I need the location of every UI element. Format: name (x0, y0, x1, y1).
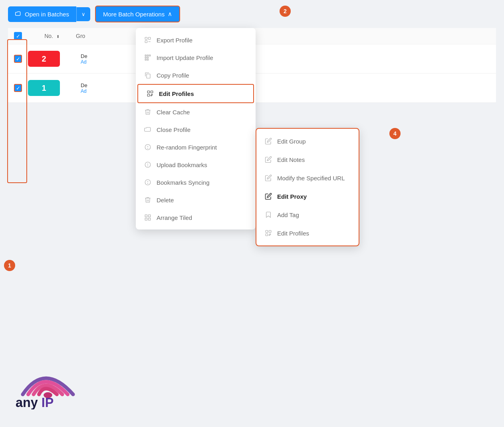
svg-text:IP: IP (42, 395, 54, 409)
svg-text:any: any (16, 395, 38, 409)
sub-menu-item-modify-url[interactable]: Modify the Specified URL (256, 169, 359, 187)
svg-rect-27 (149, 218, 151, 220)
sub-menu-label-modify-url: Modify the Specified URL (277, 175, 345, 182)
menu-label-edit-profiles: Edit Profiles (159, 90, 194, 97)
row2-label: De (81, 82, 136, 88)
menu-label-arrange-tiled: Arrange Tiled (157, 214, 192, 221)
menu-label-copy-profile: Copy Profile (157, 72, 189, 79)
svg-rect-8 (147, 57, 149, 58)
svg-rect-25 (149, 215, 151, 217)
sub-menu-item-edit-group[interactable]: Edit Group (256, 132, 359, 150)
bookmarks-syncing-icon (144, 178, 152, 186)
svg-rect-26 (145, 218, 147, 220)
anyip-logo: any IP (12, 361, 84, 409)
sub-menu-item-add-tag[interactable]: Add Tag (256, 206, 359, 224)
menu-item-delete[interactable]: Delete (136, 191, 256, 209)
row1-sub: Ad (81, 59, 136, 65)
sub-menu-item-edit-profiles[interactable]: Edit Profiles (256, 224, 359, 242)
bookmark-icon (264, 211, 272, 219)
toolbar: Open in Batches ∨ More Batch Operations … (0, 0, 504, 28)
modify-url-icon (264, 174, 272, 182)
more-batch-label: More Batch Operations (103, 11, 165, 18)
delete-icon (144, 196, 152, 204)
sub-menu-item-edit-proxy[interactable]: Edit Proxy (256, 187, 359, 206)
edit-profiles-icon (146, 90, 154, 98)
edit-profiles-sub-icon (264, 229, 272, 237)
chevron-down-icon: ∨ (81, 11, 85, 17)
logo-area: any IP (12, 361, 84, 411)
edit-profiles-sub-dropdown: Edit Group Edit Notes Modify the Specifi… (256, 128, 359, 246)
badge-4: 4 (389, 128, 401, 139)
menu-item-close-profile[interactable]: Close Profile (136, 121, 256, 138)
svg-point-20 (148, 166, 148, 166)
menu-label-close-profile: Close Profile (157, 126, 190, 133)
sub-menu-item-edit-notes[interactable]: Edit Notes (256, 150, 359, 169)
sub-menu-label-add-tag: Add Tag (277, 212, 299, 218)
menu-item-import-update-profile[interactable]: Import Update Profile (136, 49, 256, 66)
menu-item-edit-profiles[interactable]: Edit Profiles (137, 84, 254, 103)
row2-group: De Ad (76, 82, 136, 94)
menu-label-upload-bookmarks: Upload Bookmarks (157, 162, 207, 168)
menu-label-export-profile: Export Profile (157, 37, 192, 44)
svg-rect-28 (266, 230, 268, 232)
svg-rect-14 (151, 91, 153, 93)
svg-point-17 (148, 148, 148, 149)
select-all-checkbox[interactable]: ✓ (14, 32, 22, 40)
sub-menu-label-edit-proxy: Edit Proxy (277, 193, 307, 200)
svg-rect-11 (147, 74, 150, 78)
svg-rect-6 (145, 59, 146, 60)
batch-operations-dropdown: Export Profile Import Update Profile Cop… (136, 28, 256, 229)
chevron-up-icon: ∧ (168, 10, 172, 18)
row1-label: De (81, 53, 136, 59)
trash-icon (144, 108, 152, 116)
menu-item-export-profile[interactable]: Export Profile (136, 31, 256, 49)
svg-rect-4 (145, 55, 146, 56)
row2-checkbox[interactable]: ✓ (14, 84, 22, 92)
menu-item-clear-cache[interactable]: Clear Cache (136, 103, 256, 121)
row1-checkbox[interactable]: ✓ (14, 55, 22, 63)
menu-item-arrange-tiled[interactable]: Arrange Tiled (136, 209, 256, 226)
menu-item-upload-bookmarks[interactable]: Upload Bookmarks (136, 156, 256, 174)
col-no-header: No. ⬍ (28, 33, 76, 39)
row1-no: 2 (28, 51, 76, 67)
upload-bookmarks-icon (144, 161, 152, 169)
menu-label-bookmarks-syncing: Bookmarks Syncing (157, 179, 210, 186)
folder-icon (15, 10, 22, 18)
open-batches-button[interactable]: Open in Batches (8, 6, 76, 22)
svg-rect-13 (147, 94, 149, 96)
export-icon (144, 36, 152, 44)
svg-rect-0 (145, 37, 147, 39)
svg-point-23 (148, 184, 148, 184)
profile-badge-teal: 1 (28, 80, 60, 96)
menu-label-import-update-profile: Import Update Profile (157, 54, 213, 61)
badge-2: 2 (280, 6, 291, 17)
menu-label-re-random-fingerprint: Re-random Fingerprint (157, 144, 217, 151)
row1-checkbox-col: ✓ (8, 55, 28, 63)
svg-rect-7 (147, 55, 149, 56)
open-batches-dropdown-button[interactable]: ∨ (76, 7, 90, 21)
row2-sub: Ad (81, 88, 136, 94)
header-checkbox-col: ✓ (8, 32, 28, 40)
profile-badge-red: 2 (28, 51, 60, 67)
menu-item-copy-profile[interactable]: Copy Profile (136, 66, 256, 84)
edit-notes-icon (264, 156, 272, 164)
svg-rect-2 (149, 37, 151, 39)
sub-menu-label-edit-group: Edit Group (277, 138, 306, 145)
menu-item-bookmarks-syncing[interactable]: Bookmarks Syncing (136, 174, 256, 191)
row2-no: 1 (28, 80, 76, 96)
grid-icon (144, 214, 152, 221)
sub-menu-label-edit-profiles: Edit Profiles (277, 230, 309, 237)
row1-group: De Ad (76, 53, 136, 65)
svg-rect-29 (266, 234, 268, 236)
svg-rect-9 (147, 59, 149, 60)
row2-checkbox-col: ✓ (8, 84, 28, 92)
svg-rect-30 (269, 230, 271, 232)
svg-rect-5 (145, 57, 146, 58)
open-batches-label: Open in Batches (25, 11, 69, 18)
menu-item-re-random-fingerprint[interactable]: Re-random Fingerprint (136, 138, 256, 156)
sort-icon[interactable]: ⬍ (56, 34, 60, 39)
folder-icon-menu (144, 126, 152, 134)
more-batch-operations-button[interactable]: More Batch Operations ∧ (95, 6, 180, 22)
menu-label-delete: Delete (157, 197, 174, 204)
import-icon (144, 54, 152, 62)
